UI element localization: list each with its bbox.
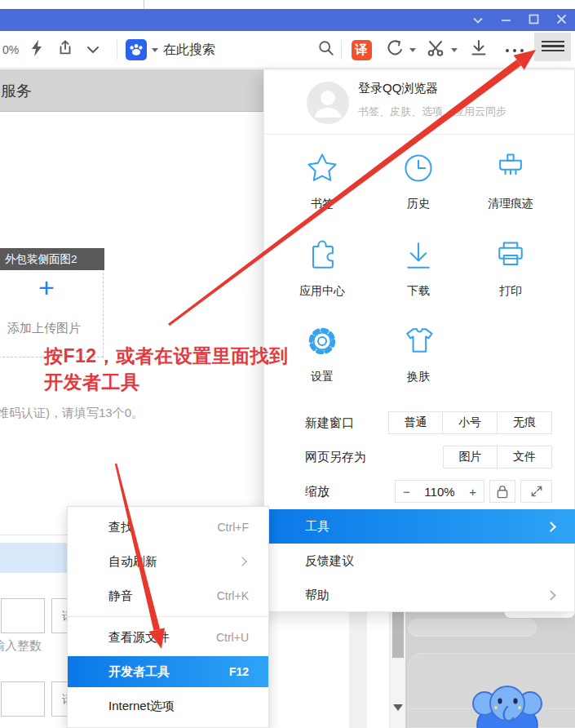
find-in-page-button[interactable] — [313, 31, 339, 69]
context-item-developer-tools[interactable]: 开发者工具 F12 — [68, 656, 268, 687]
scissors-icon — [426, 38, 445, 61]
zoom-in-button[interactable]: + — [469, 485, 476, 499]
maximize-button[interactable] — [520, 9, 547, 31]
scrollbar-thumb[interactable] — [392, 612, 404, 658]
menu-grid-history[interactable]: 历史 — [369, 150, 468, 211]
context-item-label: 查找 — [108, 520, 218, 535]
context-item-label: 静音 — [108, 588, 217, 604]
download-icon — [400, 237, 436, 273]
new-window-normal-button[interactable]: 普通 — [388, 411, 443, 434]
main-menu-panel: 登录QQ浏览器 书签、皮肤、选项、应用云同步 书签 历史 清理痕迹 应用中心 — [263, 69, 575, 612]
search-input[interactable]: 在此搜索 — [163, 31, 228, 69]
context-item-mute[interactable]: 静音 Ctrl+K — [68, 579, 268, 613]
context-item-label: Internet选项 — [108, 699, 268, 714]
context-item-view-source[interactable]: 查看源文件 Ctrl+U — [68, 620, 268, 655]
lock-icon — [496, 484, 509, 499]
page-input-field[interactable] — [1, 598, 45, 633]
page-divider — [0, 535, 67, 535]
minimize-button[interactable] — [492, 9, 520, 31]
share-button[interactable] — [53, 31, 77, 69]
context-menu-divider — [68, 616, 268, 617]
ellipsis-icon — [504, 42, 525, 57]
menu-grid-bookmarks[interactable]: 书签 — [272, 150, 372, 211]
context-item-label: 查看源文件 — [108, 630, 216, 646]
save-as-image-button[interactable]: 图片 — [443, 446, 498, 468]
browser-mascot[interactable] — [467, 682, 548, 728]
grid-item-label: 历史 — [369, 197, 468, 211]
context-item-label: 开发者工具 — [108, 664, 229, 680]
placeholder-pill — [408, 619, 537, 637]
user-avatar-icon — [307, 82, 349, 124]
help-label: 帮助 — [305, 588, 547, 603]
grid-item-label: 换肤 — [369, 370, 468, 384]
menu-grid-clear-traces[interactable]: 清理痕迹 — [461, 150, 560, 211]
undo-button[interactable] — [382, 31, 408, 69]
menu-grid-app-center[interactable]: 应用中心 — [272, 237, 372, 299]
page-column-strip — [349, 612, 367, 728]
menu-grid-downloads[interactable]: 下载 — [369, 237, 468, 299]
context-item-internet-options[interactable]: Internet选项 — [68, 689, 268, 723]
avatar[interactable] — [307, 82, 349, 124]
grid-item-label: 下载 — [369, 284, 468, 299]
speed-mode-button[interactable] — [26, 31, 47, 69]
undo-caret[interactable] — [408, 31, 418, 69]
printer-icon — [493, 237, 529, 273]
menu-item-feedback[interactable]: 反馈建议 — [264, 544, 575, 578]
browser-toolbar: 0% 在此搜索 译 — [0, 31, 575, 69]
zoom-out-button[interactable]: − — [403, 485, 410, 499]
page-input-field[interactable] — [1, 681, 45, 717]
zoom-lock-button[interactable] — [489, 480, 515, 503]
downloads-button[interactable] — [465, 31, 493, 69]
shortcut-text: Ctrl+F — [218, 521, 250, 534]
translate-button[interactable]: 译 — [349, 31, 374, 69]
context-item-label: 自动刷新 — [108, 554, 239, 570]
close-button[interactable] — [547, 9, 575, 31]
context-item-auto-refresh[interactable]: 自动刷新 — [68, 544, 268, 579]
context-item-find[interactable]: 查找 Ctrl+F — [68, 510, 268, 544]
code-hint-text: 维码认证)，请填写13个0。 — [0, 406, 209, 421]
menu-grid-print[interactable]: 打印 — [461, 237, 560, 299]
star-icon — [304, 150, 340, 186]
page-section-header: 服务 — [0, 69, 269, 112]
toolbar-divider — [341, 40, 342, 60]
page-scrollbar[interactable] — [389, 608, 405, 728]
zoom-value: 110% — [424, 485, 454, 499]
lightning-icon — [29, 39, 44, 60]
search-icon — [317, 39, 335, 60]
zoom-label: 缩放 — [305, 480, 330, 503]
add-image-plus-icon[interactable]: + — [38, 272, 55, 304]
login-title[interactable]: 登录QQ浏览器 — [358, 81, 438, 96]
undo-icon — [385, 38, 405, 61]
panel-divider — [264, 134, 574, 135]
main-menu-button[interactable] — [534, 33, 571, 61]
menu-item-tools[interactable]: 工具 — [264, 509, 575, 544]
new-window-options: 普通 小号 无痕 — [388, 411, 552, 434]
toolbar-divider — [117, 40, 117, 60]
chevron-right-icon — [546, 590, 556, 601]
search-engine-button[interactable] — [124, 31, 148, 69]
login-subtitle: 书签、皮肤、选项、应用云同步 — [358, 104, 506, 119]
annotation-text-line2: 开发者工具 — [44, 370, 140, 395]
save-as-file-button[interactable]: 文件 — [498, 446, 552, 468]
toolbar-expand-button[interactable] — [82, 31, 104, 69]
gear-icon — [304, 323, 340, 359]
tools-label: 工具 — [305, 519, 547, 535]
scrollbar-down-arrow-icon[interactable] — [393, 704, 403, 711]
clip-caret[interactable] — [449, 31, 459, 69]
more-button[interactable] — [501, 31, 529, 69]
collapse-window-button[interactable] — [464, 9, 492, 31]
menu-item-help[interactable]: 帮助 — [264, 578, 575, 612]
upload-field-tag: 外包装侧面图2 — [0, 248, 104, 270]
caret-down-icon — [451, 48, 458, 52]
grid-item-label: 应用中心 — [272, 284, 372, 299]
menu-grid-change-skin[interactable]: 换肤 — [369, 323, 468, 384]
new-window-small-button[interactable]: 小号 — [443, 411, 498, 434]
integer-hint-text: 输入整数 — [0, 638, 42, 654]
search-engine-caret[interactable] — [150, 31, 160, 69]
new-window-incognito-button[interactable]: 无痕 — [498, 411, 552, 434]
grid-item-label: 打印 — [461, 284, 560, 299]
clip-button[interactable] — [422, 31, 449, 69]
title-bar — [0, 9, 575, 31]
fullscreen-button[interactable] — [520, 480, 552, 503]
save-page-as-label: 网页另存为 — [305, 446, 366, 468]
